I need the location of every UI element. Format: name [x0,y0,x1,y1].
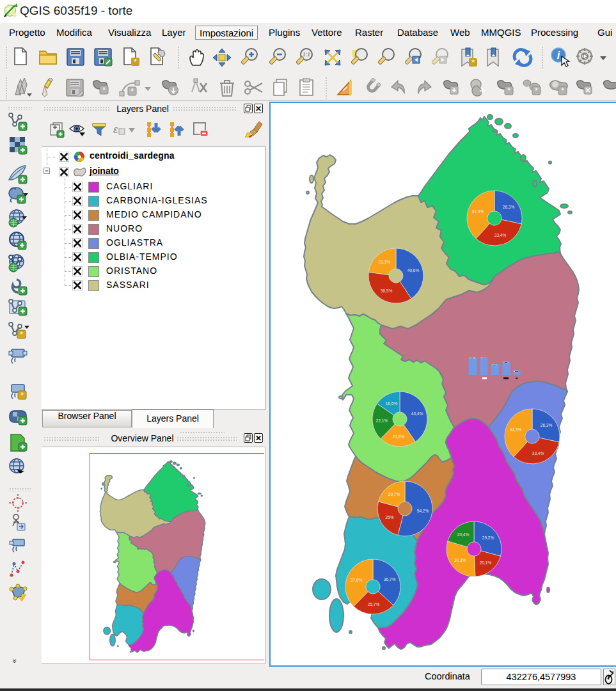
svg-text:*: * [20,391,24,400]
svg-text:26,3%: 26,3% [503,205,515,209]
svg-text:37,6%: 37,6% [351,578,363,582]
svg-text:30,3%: 30,3% [454,558,466,562]
svg-text:*: * [561,86,564,95]
svg-text:26,3%: 26,3% [541,423,553,427]
svg-text:36,7%: 36,7% [384,577,396,582]
svg-text:*: * [20,330,23,339]
svg-text:ε: ε [113,123,118,136]
svg-text:20,1%: 20,1% [480,560,492,565]
svg-text:25,7%: 25,7% [368,602,380,607]
svg-text:29,2%: 29,2% [482,536,494,540]
svg-text:*: * [102,86,106,95]
svg-text:36,5%: 36,5% [381,289,393,293]
svg-text:33,4%: 33,4% [532,451,544,456]
svg-text:*: * [471,58,475,67]
svg-text:1:1: 1:1 [303,51,310,58]
svg-text:40,6%: 40,6% [407,268,420,273]
svg-text:34,3%: 34,3% [510,427,522,432]
svg-text:54,2%: 54,2% [417,509,429,513]
svg-text:22,9%: 22,9% [379,260,391,264]
svg-text:i: i [557,50,560,61]
svg-text:*: * [130,87,134,96]
svg-text:16,5%: 16,5% [386,401,398,406]
svg-text:*: * [134,57,137,67]
svg-text:20,4%: 20,4% [457,532,470,537]
svg-text:40,4%: 40,4% [411,411,423,416]
svg-text:*: * [507,86,510,95]
svg-text:22,1%: 22,1% [376,418,388,423]
svg-text:21,8%: 21,8% [393,434,405,439]
svg-text:*: * [535,86,538,95]
svg-text:25%: 25% [385,515,393,520]
svg-text:34,3%: 34,3% [472,209,484,214]
svg-text:33,4%: 33,4% [494,233,507,237]
svg-text:20,7%: 20,7% [388,492,400,496]
